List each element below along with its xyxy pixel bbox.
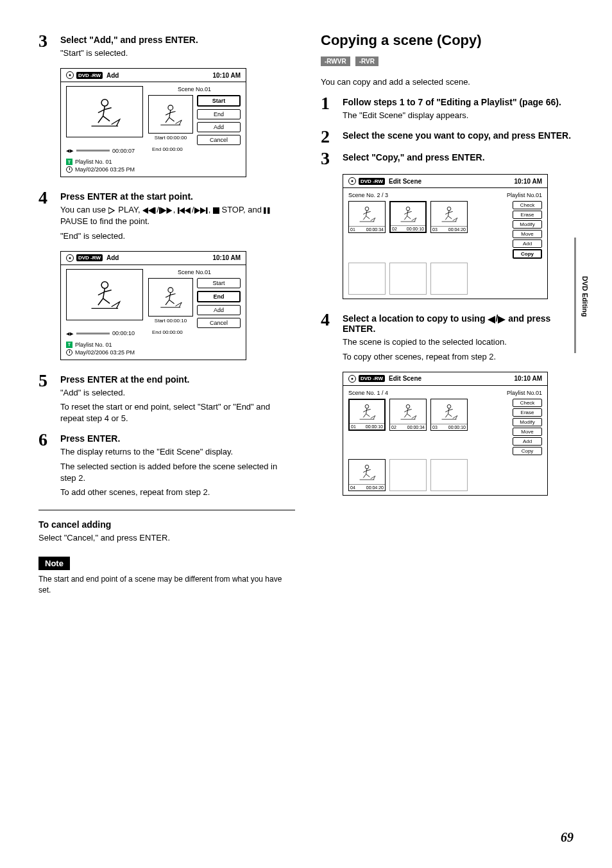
step-3: 3 Select "Add," and press ENTER. "Start"…: [38, 32, 295, 62]
start-time-label: Start 00:00:00: [155, 135, 187, 141]
scene-thumb-selected[interactable]: 0100:00:10: [348, 399, 386, 431]
osd-title: Add: [106, 254, 119, 261]
disc-icon: [348, 177, 356, 185]
step-4: 4 Press ENTER at the start point. You ca…: [38, 189, 295, 245]
btn-add[interactable]: Add: [513, 437, 542, 446]
step-text: The display returns to the "Edit Scene" …: [60, 446, 295, 458]
scene-thumb-selected[interactable]: 0200:00:10: [389, 201, 427, 233]
timeline: ◂▸ 00:00:07: [66, 146, 143, 155]
end-time-label: End 00:00:00: [152, 329, 241, 335]
btn-copy[interactable]: Copy: [513, 447, 542, 455]
step-2: 2 Select the scene you want to copy, and…: [321, 128, 574, 146]
cancel-text: Select "Cancel," and press ENTER.: [38, 532, 295, 544]
pause-icon: [264, 207, 270, 214]
step-text: "Add" is selected.: [60, 387, 295, 399]
btn-modify[interactable]: Modify: [513, 418, 542, 426]
btn-move[interactable]: Move: [513, 230, 542, 238]
scene-thumb[interactable]: 0200:00:34: [389, 399, 427, 431]
dvd-badge: DVD -RW: [76, 254, 103, 261]
scene-thumb[interactable]: 0300:04:20: [430, 201, 468, 233]
btn-copy[interactable]: Copy: [513, 249, 542, 259]
osd-edit-panel-1: DVD -RW Edit Scene 10:10 AM Scene No. 2 …: [343, 174, 548, 299]
step-text: "Start" is selected.: [60, 48, 295, 59]
step-title: Press ENTER at the end point.: [60, 374, 295, 385]
playlist-label: Playlist No.01: [507, 390, 542, 396]
btn-add[interactable]: Add: [513, 239, 542, 248]
scene-thumb-empty: [430, 459, 468, 491]
start-time-label: Start 00:00:10: [155, 318, 187, 324]
step-1: 1 Follow steps 1 to 7 of "Editing a Play…: [321, 94, 574, 124]
step-title: Press ENTER.: [60, 433, 295, 444]
format-badge-rwvr: -RWVR: [321, 56, 350, 66]
format-badge-rvr: -RVR: [355, 56, 378, 66]
step-text: To add other scenes, repeat from step 2.: [60, 487, 295, 498]
fastforward-icon: [159, 207, 173, 214]
btn-start[interactable]: Start: [197, 278, 241, 288]
playlist-label: Playlist No.01: [507, 192, 542, 198]
prev-icon: [178, 207, 192, 214]
step-title: Follow steps 1 to 7 of "Editing a Playli…: [343, 97, 574, 107]
osd-clock: 10:10 AM: [212, 254, 241, 261]
step-number: 5: [38, 372, 54, 390]
btn-end[interactable]: End: [197, 291, 241, 302]
step-6: 6 Press ENTER. The display returns to th…: [38, 431, 295, 501]
side-index-bar: [574, 238, 576, 353]
scene-counter: Scene No. 1 / 4: [348, 390, 388, 396]
cancel-subhead: To cancel adding: [38, 519, 295, 530]
btn-cancel[interactable]: Cancel: [197, 318, 241, 328]
step-text: The scene is copied to the selected loca…: [343, 336, 574, 348]
scene-thumb-empty: [389, 459, 427, 491]
scene-thumb[interactable]: 0400:04:20: [348, 459, 386, 491]
step-number: 4: [38, 189, 54, 207]
clock-icon: [66, 166, 72, 173]
btn-erase[interactable]: Erase: [513, 211, 542, 219]
disc-icon: [66, 71, 74, 79]
step-title: Select a location to copy to using / and…: [343, 313, 574, 334]
step-title: Select the scene you want to copy, and p…: [343, 130, 574, 141]
intro-text: You can copy and add a selected scene.: [321, 76, 574, 88]
preview-start: [148, 95, 193, 134]
scene-thumb[interactable]: 0100:00:34: [348, 201, 386, 233]
step-title: Press ENTER at the start point.: [60, 191, 295, 202]
preview-main: [66, 86, 143, 137]
step-number: 2: [321, 128, 336, 146]
title-icon: T: [66, 342, 72, 348]
osd-clock: 10:10 AM: [514, 178, 542, 185]
btn-add[interactable]: Add: [197, 122, 241, 132]
osd-title: Edit Scene: [389, 178, 421, 185]
dvd-badge: DVD -RW: [76, 72, 103, 79]
osd-title: Add: [106, 72, 119, 79]
scene-label: Scene No.01: [148, 269, 241, 275]
play-icon: [108, 207, 116, 214]
btn-move[interactable]: Move: [513, 428, 542, 436]
btn-erase[interactable]: Erase: [513, 408, 542, 417]
scene-thumb-empty: [348, 263, 386, 295]
scene-thumb[interactable]: 0300:00:10: [430, 399, 468, 431]
rewind-icon: [142, 207, 157, 214]
stop-icon: [213, 207, 219, 214]
btn-modify[interactable]: Modify: [513, 220, 542, 229]
osd-clock: 10:10 AM: [212, 72, 241, 79]
btn-cancel[interactable]: Cancel: [197, 135, 241, 145]
date-label: May/02/2006 03:25 PM: [75, 349, 135, 356]
scene-counter: Scene No. 2 / 3: [348, 192, 388, 198]
btn-check[interactable]: Check: [513, 201, 542, 209]
btn-end[interactable]: End: [197, 109, 241, 119]
step-text: "End" is selected.: [60, 230, 295, 242]
step-text: The "Edit Scene" display appears.: [343, 110, 574, 121]
step-3: 3 Select "Copy," and press ENTER.: [321, 150, 574, 168]
step-text: You can use PLAY, /, /, STOP, and PAUSE …: [60, 204, 295, 227]
btn-start[interactable]: Start: [197, 95, 241, 107]
page-number: 69: [561, 830, 574, 845]
scene-label: Scene No.01: [148, 86, 241, 92]
btn-check[interactable]: Check: [513, 399, 542, 407]
btn-add[interactable]: Add: [197, 305, 241, 315]
osd-add-panel-1: DVD -RW Add 10:10 AM ◂▸ 00:00:07 TPlayli…: [60, 68, 246, 177]
step-text: The selected section is added before the…: [60, 461, 295, 484]
title-icon: T: [66, 159, 72, 165]
dvd-badge: DVD -RW: [359, 375, 385, 382]
end-time-label: End 00:00:00: [152, 146, 241, 152]
dvd-badge: DVD -RW: [359, 178, 385, 185]
step-text: To reset the start or end point, select …: [60, 401, 295, 424]
side-tab-label: DVD Editing: [581, 276, 589, 317]
